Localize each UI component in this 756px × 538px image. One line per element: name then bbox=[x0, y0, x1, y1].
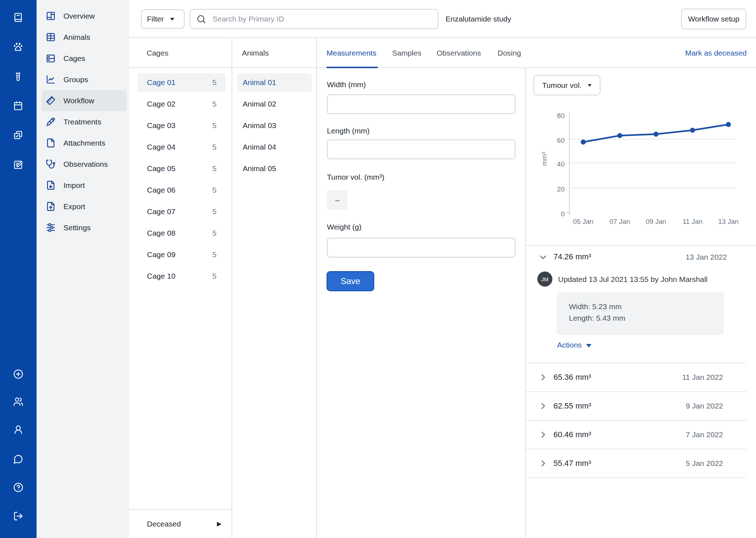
svg-text:20: 20 bbox=[557, 185, 565, 193]
svg-text:09 Jan: 09 Jan bbox=[646, 218, 666, 225]
svg-text:07 Jan: 07 Jan bbox=[609, 218, 630, 225]
svg-text:0: 0 bbox=[561, 210, 565, 218]
svg-text:11 Jan: 11 Jan bbox=[683, 218, 703, 225]
svg-text:05 Jan: 05 Jan bbox=[573, 218, 593, 225]
svg-text:60: 60 bbox=[557, 137, 565, 144]
svg-text:13 Jan: 13 Jan bbox=[718, 218, 738, 225]
svg-text:80: 80 bbox=[557, 112, 565, 119]
svg-text:40: 40 bbox=[557, 160, 565, 168]
svg-text:mm³: mm³ bbox=[541, 152, 548, 166]
